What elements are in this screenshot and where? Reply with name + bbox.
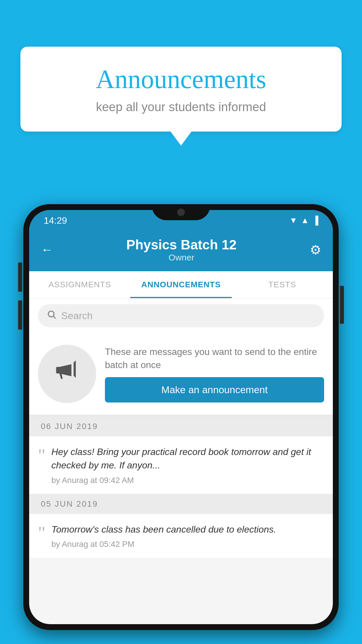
settings-button[interactable]: ⚙ [310,242,321,257]
header-subtitle: Owner [126,253,236,262]
status-time: 14:29 [44,215,67,226]
tab-tests[interactable]: TESTS [232,271,333,298]
promo-description: These are messages you want to send to t… [105,345,324,372]
tabs-bar: ASSIGNMENTS ANNOUNCEMENTS TESTS [29,271,333,298]
speech-bubble-card: Announcements keep all your students inf… [20,47,342,132]
announcement-content-2: Tomorrow's class has been cancelled due … [51,523,324,549]
promo-section: These are messages you want to send to t… [29,333,333,416]
battery-icon: ▐ [312,216,318,225]
search-box[interactable]: Search [38,304,324,327]
announcement-content-1: Hey class! Bring your practical record b… [51,445,324,485]
volume-down-button [18,300,22,330]
signal-icon: ▲ [301,216,309,225]
phone-mockup: 14:29 ▼ ▲ ▐ ← Physics Batch 12 Owner ⚙ [23,204,339,644]
search-placeholder: Search [61,310,93,321]
search-container: Search [29,298,333,333]
megaphone-icon [54,358,80,390]
header-center: Physics Batch 12 Owner [126,237,236,262]
announcement-item-2[interactable]: " Tomorrow's class has been cancelled du… [29,514,333,558]
date-separator-june5: 05 JUN 2019 [29,494,333,514]
phone-notch [152,204,210,220]
quote-icon-1: " [38,446,45,465]
make-announcement-button[interactable]: Make an announcement [105,377,324,402]
back-button[interactable]: ← [41,243,53,257]
announcement-item-1[interactable]: " Hey class! Bring your practical record… [29,436,333,494]
announcement-text-1: Hey class! Bring your practical record b… [51,445,324,472]
svg-line-1 [54,316,55,318]
tab-assignments[interactable]: ASSIGNMENTS [29,271,130,298]
quote-icon-2: " [38,524,45,542]
announcement-meta-1: by Anurag at 09:42 AM [51,476,324,485]
speech-bubble-section: Announcements keep all your students inf… [20,47,342,146]
bubble-subtitle: keep all your students informed [44,100,318,114]
phone-camera [177,208,185,216]
bubble-title: Announcements [44,64,318,94]
announcement-meta-2: by Anurag at 05:42 PM [51,540,324,549]
search-icon [47,309,57,322]
megaphone-circle [38,345,96,403]
phone-screen: 14:29 ▼ ▲ ▐ ← Physics Batch 12 Owner ⚙ [29,210,333,624]
power-button [340,286,344,324]
tab-announcements[interactable]: ANNOUNCEMENTS [130,271,231,298]
header-title: Physics Batch 12 [126,237,236,253]
app-header: ← Physics Batch 12 Owner ⚙ [29,231,333,271]
status-icons: ▼ ▲ ▐ [289,216,318,225]
wifi-icon: ▼ [289,216,298,225]
announcement-text-2: Tomorrow's class has been cancelled due … [51,523,324,536]
speech-bubble-arrow [171,132,191,146]
volume-up-button [18,262,22,292]
date-separator-june6: 06 JUN 2019 [29,416,333,436]
phone-body: 14:29 ▼ ▲ ▐ ← Physics Batch 12 Owner ⚙ [23,204,339,630]
promo-content: These are messages you want to send to t… [105,345,324,403]
